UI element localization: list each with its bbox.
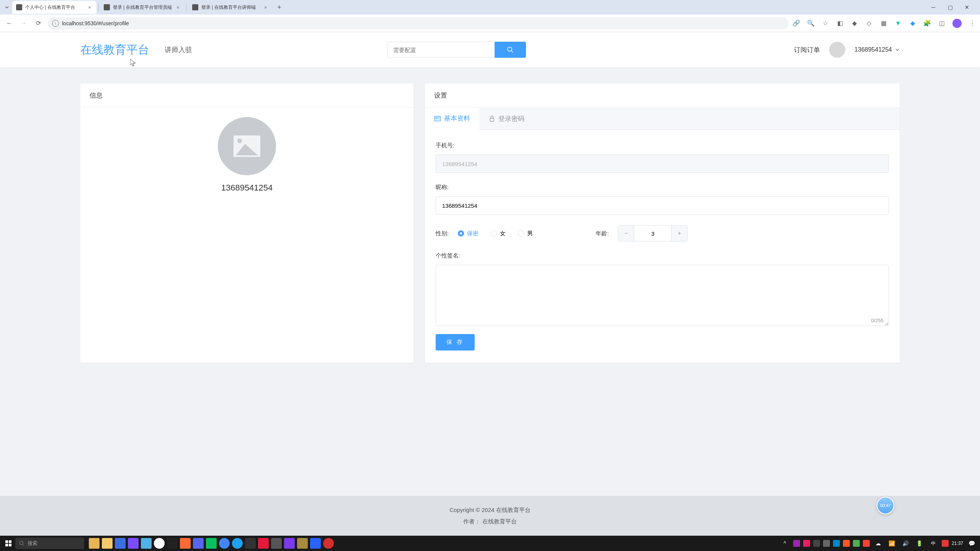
subscribe-link[interactable]: 订阅订单 bbox=[794, 46, 820, 54]
avatar-large[interactable] bbox=[218, 117, 276, 175]
bio-label: 个性签名: bbox=[436, 252, 889, 259]
age-increment[interactable]: + bbox=[671, 226, 687, 241]
tab-password[interactable]: 登录密码 bbox=[479, 108, 534, 129]
radio-secret[interactable]: 保密 bbox=[458, 230, 479, 237]
tb-app-16[interactable] bbox=[310, 538, 321, 549]
close-icon[interactable]: × bbox=[263, 4, 269, 10]
menu-icon[interactable]: ⋮ bbox=[969, 20, 976, 27]
tray-wifi-icon[interactable]: 📶 bbox=[887, 538, 897, 549]
ext-5-icon[interactable]: ▼ bbox=[894, 20, 902, 27]
profile-icon[interactable] bbox=[952, 19, 962, 28]
notifications-icon[interactable]: 💬 bbox=[966, 538, 977, 549]
tb-app-4[interactable] bbox=[141, 538, 152, 549]
tray-chevron-icon[interactable]: ^ bbox=[779, 538, 790, 549]
tb-app-6[interactable] bbox=[180, 538, 191, 549]
tray-3[interactable] bbox=[813, 540, 820, 547]
tray-1[interactable] bbox=[793, 540, 800, 547]
nickname-input[interactable] bbox=[436, 196, 889, 215]
bookmark-icon[interactable]: ☆ bbox=[822, 20, 829, 27]
tb-app-10[interactable] bbox=[232, 538, 243, 549]
tb-app-explorer[interactable] bbox=[102, 538, 113, 549]
search-input[interactable] bbox=[387, 42, 495, 58]
close-icon[interactable]: × bbox=[87, 4, 93, 10]
logo[interactable]: 在线教育平台 bbox=[80, 42, 149, 58]
age-decrement[interactable]: − bbox=[618, 226, 634, 241]
phone-row: 手机号: bbox=[436, 142, 889, 173]
tray-6[interactable] bbox=[843, 540, 850, 547]
browser-tab-2[interactable]: 登录 | 在线教育平台管理员端 × bbox=[100, 1, 185, 14]
radio-male[interactable]: 男 bbox=[518, 230, 533, 237]
ext-4-icon[interactable]: ▦ bbox=[880, 20, 887, 27]
forward-button[interactable]: → bbox=[18, 18, 29, 29]
save-button[interactable]: 保 存 bbox=[436, 334, 475, 350]
browser-tab-3[interactable]: 登录 | 在线教育平台讲师端 × bbox=[188, 1, 273, 14]
tb-app-15[interactable] bbox=[297, 538, 308, 549]
side-panel-icon[interactable]: ◫ bbox=[938, 20, 946, 27]
search-button[interactable] bbox=[495, 42, 526, 58]
nav-teacher-join[interactable]: 讲师入驻 bbox=[165, 45, 192, 54]
tray-5[interactable] bbox=[833, 540, 840, 547]
tray-4[interactable] bbox=[823, 540, 830, 547]
tb-app-5[interactable] bbox=[167, 538, 178, 549]
ext-3-icon[interactable]: ◇ bbox=[865, 20, 873, 27]
tb-app-2[interactable] bbox=[115, 538, 126, 549]
taskbar-search[interactable]: 搜索 bbox=[15, 538, 84, 549]
tb-app-13[interactable] bbox=[271, 538, 282, 549]
extensions-icon[interactable]: 🧩 bbox=[923, 20, 931, 27]
age-stepper: − + bbox=[618, 225, 688, 241]
tray-2[interactable] bbox=[803, 540, 810, 547]
zoom-icon[interactable]: 🔍 bbox=[807, 20, 815, 27]
info-card: 信息 13689541254 bbox=[80, 83, 413, 363]
tray-10[interactable] bbox=[942, 540, 949, 547]
tray-7[interactable] bbox=[853, 540, 860, 547]
tb-app-14[interactable] bbox=[284, 538, 295, 549]
user-menu[interactable]: 13689541254 bbox=[854, 46, 900, 53]
tab-basic[interactable]: 基本资料 bbox=[425, 108, 479, 130]
tab-separator bbox=[98, 3, 98, 11]
ext-6-icon[interactable]: ◆ bbox=[909, 20, 916, 27]
tray-battery-icon[interactable]: 🔋 bbox=[914, 538, 925, 549]
url-bar: ← → ⟳ i localhost:9530/#/user/profile 🔗 … bbox=[0, 15, 980, 32]
tray-volume-icon[interactable]: 🔊 bbox=[900, 538, 911, 549]
tb-app-1[interactable] bbox=[89, 538, 100, 549]
reload-button[interactable]: ⟳ bbox=[33, 18, 44, 29]
nickname-label: 昵称: bbox=[436, 184, 889, 191]
form-body: 手机号: 昵称: 性别: 保密 女 bbox=[425, 130, 900, 363]
ext-2-icon[interactable]: ◆ bbox=[851, 20, 858, 27]
tray-9[interactable]: ☁ bbox=[873, 538, 884, 549]
browser-tab-1[interactable]: 个人中心 | 在线教育平台 × bbox=[12, 1, 96, 14]
tb-app-3[interactable] bbox=[128, 538, 139, 549]
bio-textarea[interactable] bbox=[436, 265, 889, 326]
site-info-icon[interactable]: i bbox=[52, 20, 59, 27]
search-box bbox=[387, 42, 526, 58]
back-button[interactable]: ← bbox=[4, 18, 15, 29]
url-field[interactable]: i localhost:9530/#/user/profile bbox=[47, 17, 789, 29]
close-window-button[interactable]: ✕ bbox=[963, 3, 971, 11]
tabs-dropdown[interactable] bbox=[3, 3, 11, 11]
tb-app-7[interactable] bbox=[193, 538, 204, 549]
ext-1-icon[interactable]: ◧ bbox=[836, 20, 844, 27]
tb-app-chrome[interactable] bbox=[154, 538, 165, 549]
tb-app-11[interactable] bbox=[245, 538, 256, 549]
tray-ime[interactable]: 中 bbox=[928, 538, 939, 549]
maximize-button[interactable]: ▢ bbox=[946, 3, 954, 11]
radio-dot-icon bbox=[518, 230, 524, 236]
age-input[interactable] bbox=[634, 226, 671, 241]
svg-point-0 bbox=[508, 47, 512, 51]
radio-female[interactable]: 女 bbox=[491, 230, 506, 237]
start-button[interactable] bbox=[3, 538, 14, 549]
tb-app-9[interactable] bbox=[219, 538, 230, 549]
tb-app-8[interactable] bbox=[206, 538, 217, 549]
new-tab-button[interactable]: + bbox=[274, 2, 285, 13]
tab-separator bbox=[186, 3, 187, 11]
minimize-button[interactable]: ─ bbox=[929, 3, 937, 11]
floating-timer-badge[interactable]: 00:47 bbox=[877, 497, 894, 514]
tb-app-12[interactable] bbox=[258, 538, 269, 549]
close-icon[interactable]: × bbox=[175, 4, 181, 10]
avatar[interactable] bbox=[829, 42, 845, 58]
phone-input bbox=[436, 155, 889, 173]
tb-app-17[interactable] bbox=[323, 538, 334, 549]
tray-8[interactable] bbox=[863, 540, 870, 547]
link-icon[interactable]: 🔗 bbox=[792, 20, 800, 27]
taskbar-time[interactable]: 21:37 bbox=[952, 541, 963, 546]
